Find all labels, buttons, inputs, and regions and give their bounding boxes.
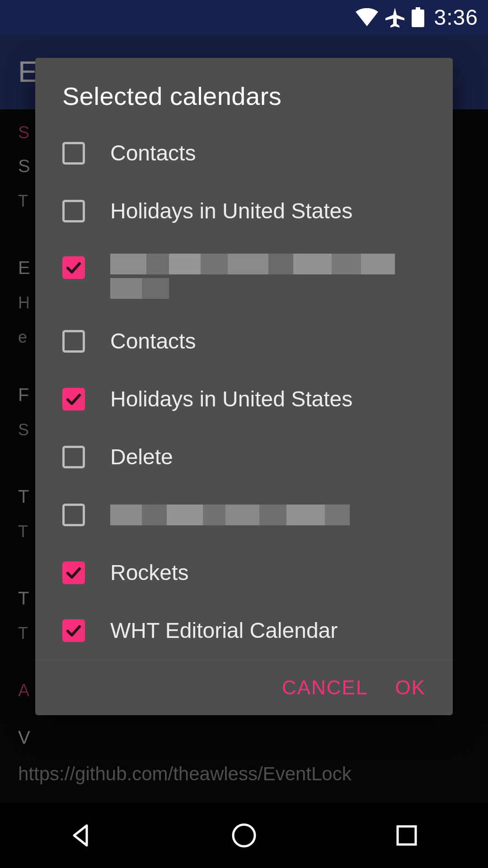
svg-rect-3 bbox=[398, 826, 416, 844]
calendar-item-label-redacted bbox=[110, 505, 426, 525]
svg-rect-1 bbox=[412, 9, 424, 27]
dialog-list: Contacts Holidays in United States Conta… bbox=[35, 124, 453, 660]
calendar-item-label: Holidays in United States bbox=[110, 198, 426, 225]
calendar-item-label: Rockets bbox=[110, 559, 426, 586]
svg-rect-0 bbox=[416, 7, 420, 9]
calendar-item-holidays-us[interactable]: Holidays in United States bbox=[35, 182, 453, 240]
checkbox-icon[interactable] bbox=[62, 200, 85, 222]
dialog-actions: CANCEL OK bbox=[35, 660, 453, 715]
home-button[interactable] bbox=[226, 817, 262, 854]
wifi-icon bbox=[356, 8, 378, 26]
recent-apps-button[interactable] bbox=[389, 817, 425, 854]
checkbox-icon[interactable] bbox=[62, 504, 85, 526]
dialog-title: Selected calendars bbox=[35, 58, 453, 124]
ok-button[interactable]: OK bbox=[395, 676, 426, 699]
checkbox-icon[interactable] bbox=[62, 446, 85, 468]
checkbox-icon[interactable] bbox=[62, 142, 85, 165]
airplane-icon bbox=[385, 7, 405, 28]
svg-point-2 bbox=[233, 825, 255, 846]
calendar-item-redacted-2[interactable] bbox=[35, 486, 453, 544]
calendar-item-redacted-1[interactable] bbox=[35, 240, 453, 312]
calendar-item-holidays-us-2[interactable]: Holidays in United States bbox=[35, 370, 453, 428]
checkbox-icon[interactable] bbox=[62, 256, 85, 279]
back-button[interactable] bbox=[63, 817, 99, 854]
status-bar: 3:36 bbox=[0, 0, 488, 34]
calendar-item-label: Contacts bbox=[110, 328, 426, 355]
calendar-item-rockets[interactable]: Rockets bbox=[35, 544, 453, 602]
calendar-item-label: WHT Editorial Calendar bbox=[110, 617, 426, 644]
checkbox-icon[interactable] bbox=[62, 388, 85, 410]
calendar-item-delete[interactable]: Delete bbox=[35, 428, 453, 486]
calendar-item-label: Contacts bbox=[110, 140, 426, 167]
status-time: 3:36 bbox=[434, 5, 478, 30]
cancel-button[interactable]: CANCEL bbox=[282, 676, 368, 699]
calendar-item-contacts-2[interactable]: Contacts bbox=[35, 312, 453, 370]
checkbox-icon[interactable] bbox=[62, 619, 85, 642]
selected-calendars-dialog: Selected calendars Contacts Holidays in … bbox=[35, 58, 453, 715]
calendar-item-wht-editorial[interactable]: WHT Editorial Calendar bbox=[35, 602, 453, 660]
calendar-item-label: Delete bbox=[110, 443, 426, 471]
calendar-item-label: Holidays in United States bbox=[110, 386, 426, 413]
navigation-bar bbox=[0, 803, 488, 868]
checkbox-icon[interactable] bbox=[62, 330, 85, 353]
calendar-item-label-redacted bbox=[110, 254, 426, 299]
battery-icon bbox=[412, 7, 424, 27]
checkbox-icon[interactable] bbox=[62, 561, 85, 584]
calendar-item-contacts[interactable]: Contacts bbox=[35, 124, 453, 182]
